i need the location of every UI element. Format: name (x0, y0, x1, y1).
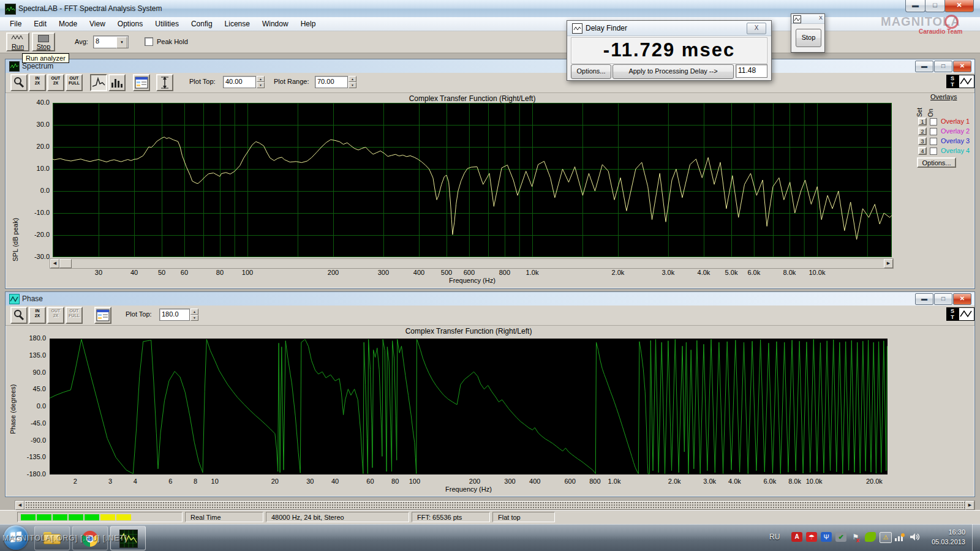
maximize-button[interactable]: □ (925, 0, 945, 12)
zoom-out-full-button[interactable]: OUT FULL (66, 74, 83, 91)
stop-button[interactable]: Stop (32, 32, 55, 51)
spectrum-scroll-thumb[interactable] (59, 259, 72, 268)
delay-options-button[interactable]: Options... (571, 64, 611, 79)
spectrum-titlebar[interactable]: Spectrum ▬ □ ✕ (6, 59, 974, 73)
phase-zoom-button[interactable] (10, 307, 28, 324)
phase-plot-options-button[interactable] (94, 307, 111, 324)
plot-top-spinner[interactable]: ▲▼ (257, 76, 265, 88)
zoom-button[interactable] (10, 74, 28, 91)
mini-stop-button[interactable]: Stop (796, 29, 821, 47)
plot-range-spinner[interactable]: ▲▼ (349, 76, 356, 88)
taskbar-spectralab-button[interactable] (110, 526, 146, 550)
phase-minimize-button[interactable]: ▬ (915, 293, 933, 305)
speaker-icon[interactable] (909, 532, 920, 542)
delay-finder-close-icon[interactable]: X (747, 23, 766, 34)
menu-window[interactable]: Window (256, 18, 295, 30)
start-button[interactable] (4, 525, 28, 550)
main-titlebar[interactable]: SpectraLAB - FFT Spectral Analysis Syste… (0, 0, 980, 18)
dropdown-arrow-icon[interactable]: ▼ (116, 37, 127, 48)
spectrum-minimize-button[interactable]: ▬ (915, 61, 933, 72)
taskbar-explorer-button[interactable] (34, 526, 70, 550)
phase-x-ticks: 234681020304060801002003004006008001.0k2… (50, 478, 888, 485)
mdi-scroll-thumb[interactable] (24, 501, 965, 510)
scroll-right-icon[interactable]: ▶ (965, 501, 974, 510)
overlay-3-set-button[interactable]: 3 (918, 137, 927, 145)
plot-range-field[interactable]: 70.00 (315, 76, 348, 88)
delay-finder-titlebar[interactable]: Delay Finder X (567, 21, 771, 36)
overlay-4-checkbox[interactable] (930, 148, 937, 155)
plot-top-field[interactable]: 40.00 (223, 76, 256, 88)
menu-file[interactable]: File (4, 18, 28, 30)
overlay-2-set-button[interactable]: 2 (918, 127, 927, 135)
taskbar-clock[interactable]: 16:30 05.03.2013 (932, 527, 965, 547)
x-tick-label: 20 (263, 478, 287, 485)
y-tick-label: 30.0 (23, 121, 50, 128)
avira-tray-icon[interactable]: ☂ (806, 532, 817, 542)
scroll-right-icon[interactable]: ▶ (884, 259, 893, 268)
spectrum-plot[interactable] (53, 103, 892, 257)
overlay-2-checkbox[interactable] (930, 128, 937, 135)
overlay-1-checkbox[interactable] (930, 118, 937, 126)
phase-zoom-out-2x-button-disabled[interactable]: OUT 2X (47, 307, 64, 324)
phase-plot-top-field[interactable]: 180.0 (159, 309, 190, 321)
phase-zoom-out-full-button-disabled[interactable]: OUT FULL (66, 307, 83, 324)
scroll-left-icon[interactable]: ◀ (50, 259, 59, 268)
scroll-left-icon[interactable]: ◀ (15, 501, 24, 510)
menu-options[interactable]: Options (111, 18, 149, 30)
menu-view[interactable]: View (83, 18, 111, 30)
taskbar-chrome-button[interactable] (72, 526, 108, 550)
wireless-manager-tray-icon[interactable]: Ψ (821, 532, 832, 542)
menu-license[interactable]: License (219, 18, 256, 30)
phase-plot-top-spinner[interactable]: ▲▼ (190, 309, 198, 321)
avg-value: 8 (96, 37, 99, 45)
nvidia-tray-icon[interactable] (865, 532, 876, 542)
delay-input[interactable]: 11.48 (736, 64, 767, 78)
x-tick-label: 300 (371, 269, 396, 276)
minimize-button[interactable]: ▬ (905, 0, 925, 12)
zoom-full-label: OUT (67, 76, 81, 80)
run-button[interactable]: Run (6, 32, 29, 51)
language-indicator[interactable]: RU (769, 533, 780, 541)
avg-dropdown[interactable]: 8 ▼ (93, 36, 129, 48)
phase-x-axis-title: Frequency (Hz) (50, 485, 888, 493)
options-dialog-icon (96, 308, 110, 323)
menu-edit[interactable]: Edit (28, 18, 53, 30)
overlay-1-set-button[interactable]: 1 (918, 118, 927, 126)
phase-titlebar[interactable]: Phase ▬ □ ✕ (6, 292, 974, 306)
overlay-4-set-button[interactable]: 4 (918, 147, 927, 155)
menu-help[interactable]: Help (295, 18, 322, 30)
adobe-reader-tray-icon[interactable]: A (791, 532, 802, 542)
show-desktop-button[interactable] (972, 524, 980, 551)
spectrum-maximize-button[interactable]: □ (934, 61, 952, 72)
phase-zoom-in-2x-button[interactable]: IN 2X (29, 307, 46, 324)
zoom-in-2x-button[interactable]: IN 2X (29, 74, 46, 91)
mini-window-titlebar[interactable]: X (791, 14, 824, 24)
autoscale-button[interactable] (156, 74, 173, 91)
overlay-3-checkbox[interactable] (930, 138, 937, 145)
usb-device-tray-icon[interactable]: ✔ (835, 532, 846, 542)
peak-hold-checkbox[interactable] (145, 37, 153, 46)
apply-processing-delay-button[interactable]: Apply to Processing Delay --> (612, 64, 734, 79)
mini-window-close-icon[interactable]: X (819, 15, 823, 21)
zoom-out-2x-button[interactable]: OUT 2X (47, 74, 64, 91)
phase-plot[interactable] (50, 339, 888, 474)
network-signal-icon[interactable] (894, 532, 905, 542)
phase-y-ticks: 180.0135.090.045.00.0-45.0-90.0-135.0-18… (19, 339, 46, 474)
phase-close-button[interactable]: ✕ (953, 293, 971, 305)
line-plot-mode-button[interactable] (90, 74, 107, 91)
plot-options-button[interactable] (133, 74, 150, 91)
overlays-options-button[interactable]: Options... (917, 157, 956, 168)
spectrum-h-scrollbar[interactable]: ◀ ▶ (50, 258, 894, 269)
bar-plot-mode-button[interactable] (108, 74, 126, 91)
mdi-h-scrollbar[interactable]: ◀ ▶ (15, 500, 975, 511)
phase-maximize-button[interactable]: □ (934, 293, 952, 305)
battery-warning-icon[interactable]: ⚠ (880, 532, 892, 543)
menu-utilities[interactable]: Utilities (149, 18, 185, 30)
close-button[interactable]: ✕ (944, 0, 974, 12)
menu-config[interactable]: Config (185, 18, 219, 30)
action-center-flag-icon[interactable]: ⚑✘ (850, 532, 861, 542)
spectrum-close-button[interactable]: ✕ (953, 61, 971, 72)
clock-date: 05.03.2013 (932, 537, 965, 547)
menu-mode[interactable]: Mode (53, 18, 83, 30)
x-tick-label: 6.0k (758, 478, 782, 485)
